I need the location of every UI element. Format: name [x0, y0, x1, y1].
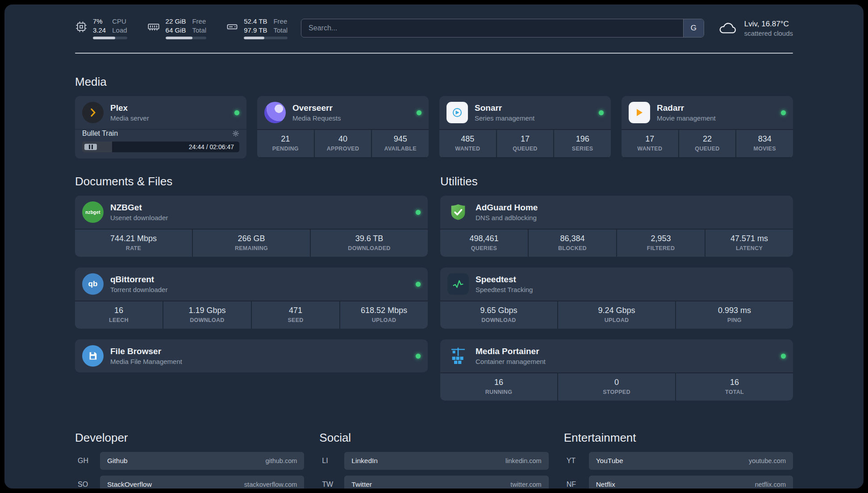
qbittorrent-card[interactable]: qb qBittorrent Torrent downloader 16 LEE… [75, 267, 428, 329]
bookmark-name: Github [107, 457, 128, 465]
stat-downloaded: 39.6 TB DOWNLOADED [311, 230, 428, 257]
stat-value: 9.24 Gbps [561, 306, 672, 315]
memory-total-value: 64 GiB [166, 26, 186, 35]
stat-queries: 498,461 QUERIES [440, 230, 528, 257]
stat-label: SEED [255, 317, 337, 323]
stat-wanted: 17 WANTED [622, 130, 678, 157]
bookmark-link[interactable]: StackOverflow stackoverflow.com [100, 476, 304, 489]
cpu-load-value: 3.24 [93, 26, 106, 35]
stat-label: WANTED [442, 146, 493, 152]
sonarr-card[interactable]: Sonarr Series management 485 WANTED 17 Q… [439, 96, 611, 159]
stat-queued: 17 QUEUED [497, 130, 554, 157]
stat-value: 1.19 Gbps [166, 306, 248, 315]
stat-ping: 0.993 ms PING [676, 301, 793, 329]
plex-card[interactable]: Plex Media server Bullet Train [75, 96, 246, 159]
stat-latency: 47.571 ms LATENCY [705, 230, 793, 257]
speedtest-icon [447, 273, 469, 295]
search-provider-button[interactable]: G [683, 19, 704, 37]
stat-value: 17 [500, 134, 551, 144]
adguard-subtitle: DNS and adblocking [476, 214, 538, 221]
bookmark-link[interactable]: YouTube youtube.com [589, 452, 793, 470]
stat-label: LATENCY [708, 245, 790, 251]
plex-subtitle: Media server [110, 114, 149, 122]
speedtest-card[interactable]: Speedtest Speedtest Tracking 9.65 Gbps D… [440, 267, 793, 329]
nzbget-card[interactable]: nzbget NZBGet Usenet downloader 744.21 M… [75, 196, 428, 257]
stat-wanted: 485 WANTED [439, 130, 496, 157]
stat-value: 47.571 ms [708, 234, 790, 243]
bookmark-domain: twitter.com [510, 481, 541, 488]
qbittorrent-title: qBittorrent [110, 275, 167, 284]
stat-approved: 40 APPROVED [315, 130, 371, 157]
search-input[interactable] [301, 19, 683, 37]
qbittorrent-subtitle: Torrent downloader [110, 286, 167, 293]
cpu-usage-value: 7% [93, 17, 106, 26]
section-title-developer: Developer [75, 431, 304, 445]
plex-status-dot [234, 110, 239, 115]
stat-value: 945 [375, 134, 426, 144]
disk-label-bottom: Total [273, 26, 288, 35]
stat-value: 471 [255, 306, 337, 315]
stat-label: REMAINING [196, 245, 307, 251]
portainer-card[interactable]: Media Portainer Container management 16 … [440, 339, 793, 401]
stat-label: PING [679, 317, 790, 323]
gear-icon[interactable] [232, 130, 239, 137]
bookmark-abbr: TW [319, 480, 344, 489]
filebrowser-card[interactable]: File Browser Media File Management [75, 339, 428, 372]
pause-icon[interactable] [84, 144, 97, 150]
bookmark-link[interactable]: LinkedIn linkedin.com [344, 452, 548, 470]
memory-widget: 22 GiB 64 GiB Free Total [147, 17, 207, 39]
bookmark-netflix[interactable]: NF Netflix netflix.com [564, 476, 793, 489]
bookmark-youtube[interactable]: YT YouTube youtube.com [564, 452, 793, 470]
bookmark-twitter[interactable]: TW Twitter twitter.com [319, 476, 548, 489]
bookmark-abbr: NF [564, 480, 589, 489]
bookmark-link[interactable]: Netflix netflix.com [589, 476, 793, 489]
adguard-card[interactable]: AdGuard Home DNS and adblocking 498,461 … [440, 196, 793, 257]
stat-label: PENDING [260, 146, 311, 152]
stat-leech: 16 LEECH [75, 301, 163, 329]
stat-label: DOWNLOAD [166, 317, 248, 323]
stat-blocked: 86,384 BLOCKED [529, 230, 616, 257]
bookmark-stackoverflow[interactable]: SO StackOverflow stackoverflow.com [75, 476, 304, 489]
memory-free-value: 22 GiB [166, 17, 186, 26]
search-bar[interactable]: G [301, 19, 704, 38]
bookmark-linkedin[interactable]: LI LinkedIn linkedin.com [319, 452, 548, 470]
section-title-entertainment: Entertainment [564, 431, 793, 445]
bookmark-name: Netflix [596, 480, 615, 489]
portainer-subtitle: Container management [476, 358, 546, 365]
cpu-label-top: CPU [112, 17, 127, 26]
stat-upload: 618.52 Mbps UPLOAD [340, 301, 428, 329]
sonarr-title: Sonarr [475, 103, 534, 113]
stat-label: SERIES [557, 146, 608, 152]
stat-label: FILTERED [620, 245, 702, 251]
cpu-label-bottom: Load [112, 26, 127, 35]
stat-value: 22 [682, 134, 733, 144]
bookmark-abbr: GH [75, 457, 100, 465]
stat-label: MOVIES [739, 146, 790, 152]
radarr-card[interactable]: Radarr Movie management 17 WANTED 22 QUE… [622, 96, 793, 159]
disk-icon [226, 21, 238, 33]
portainer-title: Media Portainer [476, 347, 546, 356]
stat-value: 16 [443, 378, 555, 387]
bookmark-link[interactable]: Twitter twitter.com [344, 476, 548, 489]
playback-progress-bar[interactable]: 24:44 / 02:06:47 [82, 142, 239, 152]
stat-download: 9.65 Gbps DOWNLOAD [440, 301, 557, 329]
nzbget-title: NZBGet [110, 203, 168, 213]
adguard-title: AdGuard Home [476, 203, 538, 213]
section-title-documents: Documents & Files [75, 175, 428, 188]
bookmark-link[interactable]: Github github.com [100, 452, 304, 470]
overseerr-card[interactable]: Overseerr Media Requests 21 PENDING 40 A… [257, 96, 429, 159]
disk-total-value: 97.9 TB [244, 26, 267, 35]
top-bar: 7% 3.24 CPU Load [75, 15, 793, 41]
plex-now-playing: Bullet Train 24:44 / 02:06:47 [75, 130, 246, 159]
radarr-status-dot [781, 110, 786, 115]
radarr-icon [629, 102, 650, 123]
nzbget-icon-text: nzbget [85, 210, 100, 215]
bookmark-abbr: LI [319, 457, 344, 465]
bookmark-name: StackOverflow [107, 480, 152, 489]
bookmark-github[interactable]: GH Github github.com [75, 452, 304, 470]
stat-download: 1.19 Gbps DOWNLOAD [163, 301, 251, 329]
speedtest-subtitle: Speedtest Tracking [476, 286, 533, 293]
stat-total: 16 TOTAL [676, 373, 793, 401]
section-developer: Developer GH Github github.com SO StackO… [75, 411, 304, 489]
stat-filtered: 2,953 FILTERED [617, 230, 705, 257]
